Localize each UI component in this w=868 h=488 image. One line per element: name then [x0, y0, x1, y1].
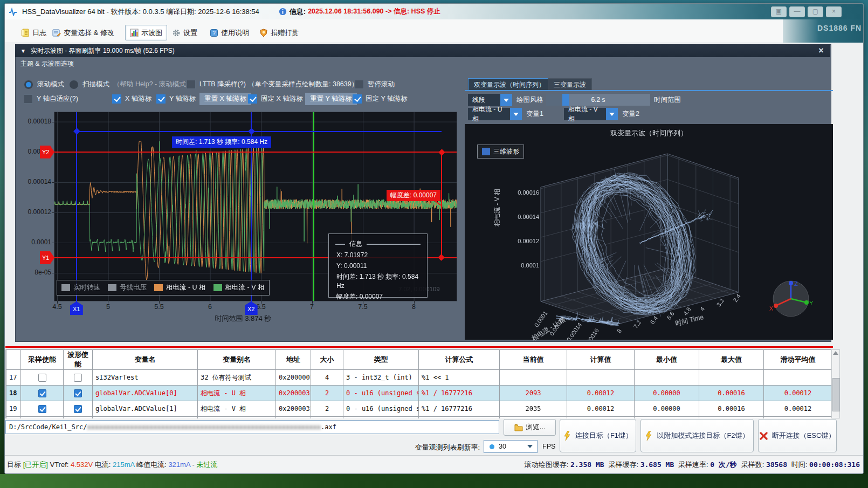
lttb-option[interactable]: LTTB 降采样(?) — [187, 78, 246, 91]
tab-triple-variable[interactable]: 三变量示波 — [548, 78, 592, 91]
chart-legend[interactable]: 实时转速 母线电压 相电流 - U 相 相电流 - V 相 — [57, 280, 270, 295]
legend-item[interactable]: 相电流 - V 相 — [213, 283, 265, 292]
chart-3d-legend[interactable]: 三维波形 — [477, 145, 524, 159]
table-row[interactable]: 17sI32VarTest32 位有符号测试0x2000001043 - int… — [6, 370, 832, 386]
y-cursor-option[interactable]: Y 轴游标 — [156, 93, 196, 105]
scope-panel-header[interactable]: ▼ 实时示波图 - 界面刷新率 19.000 ms/帧 (52.6 FPS) — [15, 44, 830, 57]
variable-table[interactable]: 采样使能波形使能变量名变量别名地址大小类型计算公式当前值计算值最小值最大值滑动平… — [5, 349, 832, 418]
table-cell — [567, 417, 635, 419]
checkbox-icon[interactable] — [156, 94, 166, 104]
radio-icon[interactable] — [69, 80, 79, 90]
fix-x-option[interactable]: 固定 X 轴游标 — [248, 93, 303, 105]
checkbox-cell[interactable] — [21, 386, 64, 401]
attach-connect-button[interactable]: 以附加模式连接目标（F2键） — [640, 419, 754, 452]
table-header[interactable]: 当前值 — [500, 350, 567, 370]
table-header[interactable]: 变量别名 — [198, 350, 276, 370]
table-header[interactable]: 地址 — [276, 350, 311, 370]
checkbox-cell[interactable] — [64, 386, 93, 401]
axf-path-input[interactable]: D:/SrcCode/Keil_Src/xxxxxxxxxxxxxxxxxxxx… — [5, 420, 499, 434]
checkbox-checked-icon[interactable] — [38, 389, 46, 397]
status-segment: 00:00:08:316 — [809, 460, 860, 469]
checkbox-icon[interactable] — [353, 94, 362, 104]
table-header[interactable]: 滑动平均值 — [764, 350, 832, 370]
table-header[interactable]: 波形使能 — [64, 350, 93, 370]
toolbar-button-scope[interactable]: 示波图 — [125, 25, 167, 40]
checkbox-icon[interactable] — [74, 374, 82, 382]
toolbar-button-donate[interactable]: 捐赠打赏 — [254, 25, 304, 40]
toolbar-button-log[interactable]: 日志 — [16, 25, 51, 40]
time-range-slider[interactable]: 6.2 s — [546, 94, 650, 106]
cursor-x1-line[interactable] — [76, 112, 77, 305]
table-row[interactable]: 19globalVar.ADCValue[1]相电流 - V 相0x200003… — [6, 401, 832, 417]
var2-dropdown[interactable]: 相电流 - V 相 — [564, 108, 618, 120]
checkbox-icon[interactable] — [355, 80, 364, 89]
toolbar-button-variables[interactable]: 变量选择 & 修改 — [47, 25, 119, 40]
table-header[interactable]: 类型 — [343, 350, 419, 370]
table-header[interactable]: 计算公式 — [419, 350, 500, 370]
scope-close-icon[interactable]: × — [815, 45, 827, 56]
table-header[interactable]: 采样使能 — [21, 350, 64, 370]
pause-option[interactable]: 暂停滚动 — [355, 78, 395, 91]
legend-label: 母线电压 — [120, 283, 147, 292]
table-header[interactable]: 最大值 — [699, 350, 764, 370]
table-header[interactable]: 最小值 — [635, 350, 699, 370]
toolbar-button-help[interactable]: ? 使用说明 — [205, 25, 254, 40]
legend-item[interactable]: 母线电压 — [108, 283, 147, 292]
checkbox-checked-icon[interactable] — [74, 389, 82, 397]
connect-button[interactable]: 连接目标（F1键） — [560, 419, 636, 452]
checkbox-icon[interactable] — [24, 94, 33, 104]
legend-item[interactable]: 实时转速 — [61, 283, 100, 292]
x-cursor-option[interactable]: X 轴游标 — [112, 93, 151, 105]
status-buffer-info: 滚动绘图缓存: 2.358 MB 采样缓存: 3.685 MB 采样速率: 0 … — [525, 460, 860, 470]
checkbox-icon[interactable] — [112, 94, 121, 104]
close-button[interactable]: × — [826, 6, 842, 17]
sweep-mode-option[interactable]: 扫描模式 — [69, 78, 109, 91]
oscilloscope-chart[interactable]: 0.000180.000160.000140.000120.00018e-05 … — [54, 112, 457, 301]
chevron-down-icon[interactable] — [527, 445, 533, 448]
disconnect-button[interactable]: 断开连接（ESC键） — [758, 419, 837, 452]
v-tick-label: 0.00016 — [507, 189, 539, 196]
table-header[interactable]: 计算值 — [567, 350, 635, 370]
checkbox-icon[interactable] — [248, 94, 257, 104]
checkbox-cell[interactable] — [64, 370, 93, 386]
titlebar-info: 信息: 2025.12.06 18:31:56.090 -> 信息: HSS 停… — [279, 7, 440, 17]
collapse-icon[interactable]: ▼ — [20, 48, 26, 54]
toolbar-button-settings[interactable]: 设置 — [167, 25, 202, 40]
refresh-rate-dropdown[interactable]: 30 — [484, 440, 538, 453]
reset-y-cursor-button[interactable]: 重置 Y 轴游标 — [305, 93, 357, 105]
maximize-button[interactable]: ▢ — [808, 6, 823, 17]
checkbox-checked-icon[interactable] — [74, 405, 82, 413]
scroll-mode-option[interactable]: 滚动模式 — [24, 78, 64, 91]
chart-3d[interactable]: 双变量示波（时间序列） 三维波形 0.00010.000120.000140.0… — [465, 124, 833, 340]
checkbox-checked-icon[interactable] — [38, 405, 46, 413]
scroll-up-icon[interactable] — [833, 351, 838, 355]
table-scrollbar[interactable] — [831, 349, 840, 418]
checkbox-cell[interactable] — [64, 401, 93, 417]
browse-button[interactable]: 浏览... — [504, 419, 556, 436]
y-auto-option[interactable]: Y 轴自适应(?) — [24, 93, 78, 105]
table-header[interactable]: 变量名 — [93, 350, 198, 370]
fix-y-option[interactable]: 固定 Y 轴游标 — [353, 93, 408, 105]
pin-button[interactable]: ▣ — [771, 6, 787, 17]
checkbox-icon[interactable] — [187, 80, 196, 89]
scrollbar-thumb[interactable] — [832, 378, 840, 411]
checkbox-cell[interactable] — [21, 370, 64, 386]
titlebar[interactable]: HSS_DataVisualizer 64 bit - 软件版本: 0.0.3.… — [5, 4, 863, 19]
chevron-down-icon[interactable] — [510, 108, 522, 120]
y-cursor-label: Y 轴游标 — [169, 94, 196, 104]
table-header[interactable] — [6, 350, 21, 370]
table-cell — [21, 417, 64, 419]
reset-x-cursor-button[interactable]: 重置 X 轴游标 — [199, 93, 251, 105]
table-row[interactable]: 18globalVar.ADCValue[0]相电流 - U 相0x200003… — [6, 386, 832, 401]
fps-unit-label: FPS — [542, 443, 555, 450]
cursor-y2-line[interactable] — [54, 152, 457, 153]
tab-dual-variable[interactable]: 双变量示波（时间序列） — [468, 78, 551, 91]
legend-item[interactable]: 相电流 - U 相 — [154, 283, 206, 292]
checkbox-cell[interactable] — [21, 401, 64, 417]
var1-dropdown[interactable]: 相电流 - U 相 — [468, 108, 522, 120]
minimize-button[interactable]: — — [789, 6, 805, 17]
radio-icon[interactable] — [24, 80, 33, 90]
checkbox-icon[interactable] — [38, 374, 46, 382]
table-header[interactable]: 大小 — [311, 350, 343, 370]
chevron-down-icon[interactable] — [606, 108, 618, 120]
